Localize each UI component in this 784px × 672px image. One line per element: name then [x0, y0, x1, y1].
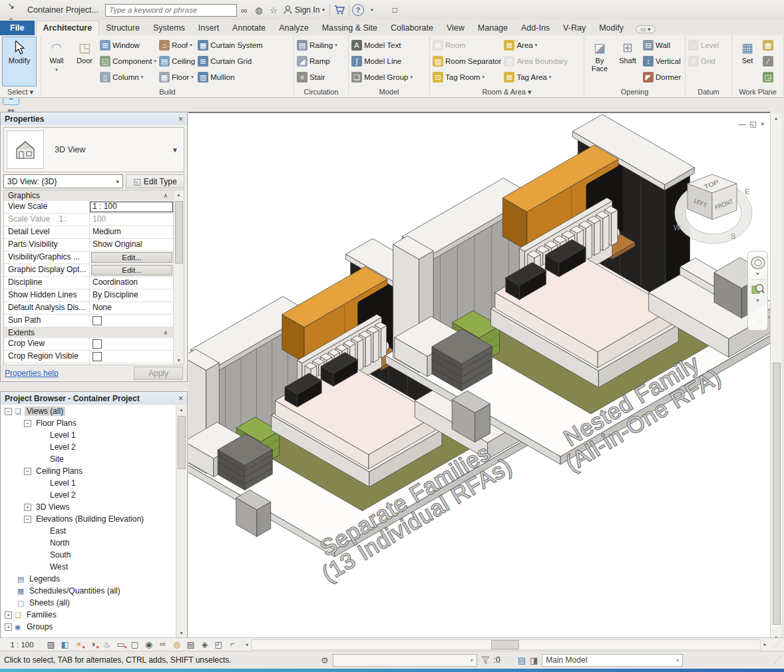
tree-item-groups[interactable]: +◉Groups — [1, 621, 186, 633]
apply-button[interactable]: Apply — [134, 367, 183, 380]
property-value[interactable] — [89, 315, 174, 327]
dropdown-icon[interactable]: ▾ — [191, 75, 194, 80]
tab-add-ins[interactable]: Add-Ins — [514, 21, 556, 35]
scroll-down-icon[interactable]: ▾ — [176, 630, 186, 636]
property-value[interactable]: Show Original — [89, 239, 174, 251]
aligned-dimension-icon[interactable]: ↘ — [3, 0, 19, 13]
column-button[interactable]: ▯Column▾ — [98, 69, 158, 85]
tab-systems[interactable]: Systems — [146, 21, 192, 35]
expand-icon[interactable]: + — [5, 611, 12, 619]
tag-room-button[interactable]: ⊡Tag Room▾ — [431, 69, 502, 85]
model-group-button[interactable]: ❏Model Group▾ — [350, 69, 414, 85]
tab-architecture[interactable]: Architecture — [36, 21, 100, 35]
dormer-button[interactable]: ◤Dormer — [642, 69, 682, 85]
worksets-combo[interactable]: ▾ — [333, 654, 477, 667]
highlight-displacement-icon[interactable]: ◰ — [212, 639, 226, 649]
view-minimize-icon[interactable]: — — [738, 120, 745, 128]
tab-modify[interactable]: Modify — [592, 21, 630, 35]
model-line-button[interactable]: ʃModel Line — [350, 53, 414, 69]
property-value[interactable] — [89, 338, 174, 350]
dropdown-icon[interactable]: ▾ — [190, 43, 192, 48]
tree-item-site[interactable]: Site — [1, 453, 186, 465]
zoom-button[interactable] — [751, 282, 765, 297]
panel-label-select[interactable]: Select ▾ — [0, 87, 41, 97]
ref-plane-button[interactable]: ∕ — [761, 53, 775, 69]
browser-scrollbar[interactable]: ▴ ▾ — [176, 405, 186, 637]
wall-button[interactable]: ◠Wall▾ — [43, 37, 70, 74]
tree-item-level-2[interactable]: Level 2 — [1, 489, 186, 501]
opening-by-face-button[interactable]: ◪By Face — [586, 37, 613, 73]
tab-file[interactable]: File — [0, 21, 35, 35]
type-selector-dropdown-icon[interactable]: ▼ — [172, 146, 178, 154]
scroll-right-icon[interactable]: ▸ — [761, 641, 769, 647]
view-scale-button[interactable]: 1 : 100 — [0, 641, 44, 649]
search-input[interactable] — [105, 4, 237, 17]
reveal-constraints-icon[interactable]: ⌐ — [226, 639, 240, 649]
favorites-icon[interactable]: ☆ — [267, 3, 280, 17]
set-work-plane-button[interactable]: ▦Set — [734, 37, 761, 66]
dropdown-icon[interactable]: ▾ — [549, 75, 552, 80]
horizontal-scrollbar[interactable]: ◂ ▸ — [242, 639, 769, 650]
collapse-icon[interactable]: ∧ — [163, 192, 168, 199]
property-value[interactable]: Edit... — [89, 264, 174, 276]
scroll-left-icon[interactable]: ◂ — [242, 641, 251, 647]
property-value[interactable]: Medium — [89, 226, 174, 238]
view-close-icon[interactable]: × — [761, 120, 765, 128]
dropdown-icon[interactable]: ▾ — [535, 43, 538, 48]
show-crop-region-icon[interactable]: ▢ — [128, 639, 142, 649]
collapse-icon[interactable]: − — [5, 408, 12, 415]
type-selector[interactable]: 3D View ▼ — [3, 127, 184, 172]
dropdown-icon[interactable]: ▾ — [154, 59, 156, 64]
checkbox[interactable] — [93, 365, 102, 365]
property-value[interactable]: None — [89, 302, 174, 314]
vertical-opening-button[interactable]: ↕Vertical — [642, 53, 682, 69]
tree-item-elevations-building-elevation[interactable]: −Elevations (Building Elevation) — [1, 513, 186, 525]
active-option-only-icon[interactable]: ◨ — [530, 655, 538, 665]
dropdown-icon[interactable]: ▾ — [55, 66, 58, 74]
property-value[interactable]: Edit... — [89, 252, 174, 263]
vertical-scrollbar[interactable]: ▴ ▾ — [770, 113, 781, 643]
tab-analyze[interactable]: Analyze — [272, 21, 315, 35]
properties-scrollbar[interactable]: ▴ ▾ — [173, 190, 184, 365]
area-button[interactable]: ⊠Area▾ — [502, 37, 569, 53]
compass-west[interactable]: W — [674, 224, 681, 232]
tab-annotate[interactable]: Annotate — [226, 21, 272, 35]
shaft-button[interactable]: ⊞Shaft — [614, 37, 641, 66]
room-separator-button[interactable]: ▨Room Separator — [431, 53, 502, 69]
rendering-dialog-icon[interactable]: ♨ — [100, 639, 114, 649]
collapse-icon[interactable]: − — [24, 516, 31, 523]
collapse-icon[interactable]: − — [24, 420, 31, 427]
filter-icon[interactable] — [481, 656, 490, 665]
section-extents[interactable]: Extents∧ — [4, 327, 184, 338]
temporary-hide-isolate-icon[interactable]: ∞ — [156, 639, 170, 649]
tab-collaborate[interactable]: Collaborate — [384, 21, 440, 35]
tree-item-3d-views[interactable]: +3D Views — [1, 501, 186, 513]
shadows-icon[interactable]: ◑× — [86, 639, 100, 649]
compass-east[interactable]: E — [745, 188, 749, 196]
scroll-up-icon[interactable]: ▴ — [771, 113, 781, 121]
component-button[interactable]: ◱Component▾ — [98, 53, 158, 69]
floor-button[interactable]: ▦Floor▾ — [158, 69, 196, 85]
mullion-button[interactable]: ▥Mullion — [196, 69, 264, 85]
reveal-hidden-elements-icon[interactable]: ◍ — [170, 639, 184, 649]
sign-in-menu-icon[interactable]: ▾ — [322, 7, 325, 13]
resize-grip[interactable]: ⋰ — [769, 640, 784, 649]
tab-manage[interactable]: Manage — [471, 21, 514, 35]
property-value[interactable]: By Discipline — [89, 289, 174, 301]
property-value[interactable]: Coordination — [89, 277, 174, 289]
design-options-icon[interactable]: ▤ — [518, 655, 526, 665]
crop-view-icon[interactable]: ▭× — [114, 639, 128, 649]
tree-item-north[interactable]: North — [1, 537, 186, 549]
tree-item-ceiling-plans[interactable]: −Ceiling Plans — [1, 465, 186, 477]
stair-button[interactable]: ≡Stair — [295, 69, 339, 85]
tree-item-level-1[interactable]: Level 1 — [1, 477, 186, 489]
tab-insert[interactable]: Insert — [192, 21, 226, 35]
property-value[interactable]: 1 : 100 — [89, 201, 174, 213]
property-value[interactable] — [89, 351, 174, 363]
tree-item-east[interactable]: East — [1, 525, 186, 537]
window-resize-grip[interactable]: ⋰ — [773, 655, 781, 665]
collapse-icon[interactable]: − — [24, 468, 31, 475]
visual-style-icon[interactable]: ◧ — [58, 639, 72, 649]
help-icon[interactable]: ? — [352, 4, 364, 16]
tree-item-south[interactable]: South — [1, 549, 186, 561]
